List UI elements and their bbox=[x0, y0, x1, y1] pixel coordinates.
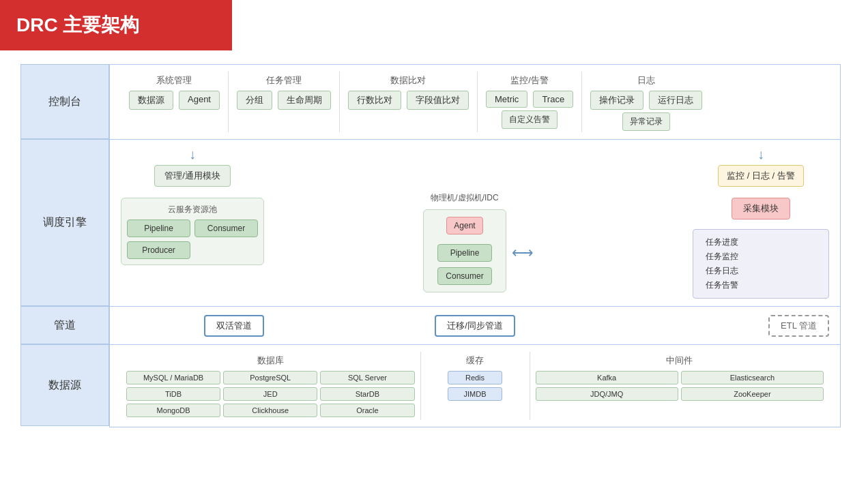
row-compare-btn[interactable]: 行数比对 bbox=[348, 91, 401, 110]
arrow-down-monitoring: ↓ bbox=[693, 147, 829, 162]
middleware-section: 中间件 Kafka Elasticsearch JDQ/JMQ ZooKeepe… bbox=[530, 352, 830, 420]
label-pipeline: 管道 bbox=[20, 306, 109, 344]
database-grid: MySQL / MariaDB PostgreSQL SQL Server Ti… bbox=[126, 371, 415, 417]
pipeline-items: 双活管道 迁移/同步管道 ETL 管道 bbox=[121, 315, 829, 337]
label-scheduler: 调度引擎 bbox=[20, 139, 109, 306]
physical-box: Agent Pipeline Consumer bbox=[423, 209, 506, 292]
db-jed: JED bbox=[223, 387, 317, 401]
system-management-section: 系统管理 数据源 Agent bbox=[121, 72, 229, 132]
data-compare-buttons: 行数比对 字段值比对 bbox=[348, 91, 469, 110]
migration-pipeline[interactable]: 迁移/同步管道 bbox=[435, 315, 515, 337]
cache-title: 缓存 bbox=[426, 354, 524, 367]
error-log-btn[interactable]: 异常记录 bbox=[622, 112, 670, 131]
log-section: 日志 操作记录 运行日志 异常记录 bbox=[582, 72, 710, 132]
label-control-panel: DRC 主要架构 控制台 bbox=[20, 64, 109, 139]
cache-grid: Redis JIMDB bbox=[426, 371, 524, 401]
cloud-pool-title: 云服务资源池 bbox=[127, 204, 258, 215]
operation-log-btn[interactable]: 操作记录 bbox=[590, 91, 643, 110]
center-content: 物理机/虚拟机/IDC Agent Pipeline Consumer ⟷ bbox=[271, 192, 686, 292]
scheduler-right: ↓ 监控 / 日志 / 告警 采集模块 任务进度 任务监控 任务日志 任务告 bbox=[693, 147, 829, 299]
datasource-row: 数据库 MySQL / MariaDB PostgreSQL SQL Serve… bbox=[110, 345, 840, 427]
task-management-title: 任务管理 bbox=[266, 74, 302, 87]
db-postgresql: PostgreSQL bbox=[223, 371, 317, 384]
metric-btn[interactable]: Metric bbox=[486, 91, 527, 108]
field-compare-btn[interactable]: 字段值比对 bbox=[407, 91, 469, 110]
physical-title: 物理机/虚拟机/IDC bbox=[431, 192, 498, 204]
header: DRC 主要架构 bbox=[0, 0, 868, 50]
cache-section: 缓存 Redis JIMDB bbox=[421, 352, 530, 420]
monitoring-box-container: 监控 / 日志 / 告警 bbox=[693, 165, 829, 187]
database-section: 数据库 MySQL / MariaDB PostgreSQL SQL Serve… bbox=[121, 352, 421, 420]
cloud-empty bbox=[194, 241, 258, 259]
lifecycle-btn[interactable]: 生命周期 bbox=[278, 91, 331, 110]
physical-box-wrapper: 物理机/虚拟机/IDC Agent Pipeline Consumer bbox=[423, 192, 506, 292]
monitoring-section: 监控/告警 Metric Trace 自定义告警 bbox=[478, 72, 582, 132]
monitoring-title: 监控/告警 bbox=[510, 74, 549, 87]
log-buttons: 操作记录 运行日志 bbox=[590, 91, 702, 110]
run-log-btn[interactable]: 运行日志 bbox=[649, 91, 702, 110]
labels-column: DRC 主要架构 控制台 调度引擎 管道 数据源 bbox=[20, 64, 109, 427]
cloud-pool-items: Pipeline Consumer Producer bbox=[127, 220, 258, 259]
task-management-buttons: 分组 生命周期 bbox=[237, 91, 331, 110]
mw-jdqjmq: JDQ/JMQ bbox=[536, 387, 678, 401]
horizontal-arrows: ⟷ bbox=[512, 244, 534, 262]
page-title: DRC 主要架构 bbox=[0, 0, 232, 50]
datasource-btn[interactable]: 数据源 bbox=[129, 91, 173, 110]
active-active-container: 双活管道 bbox=[121, 315, 348, 337]
task-monitor: 任务监控 bbox=[701, 249, 820, 264]
mw-kafka: Kafka bbox=[536, 371, 678, 384]
middleware-title: 中间件 bbox=[536, 354, 824, 367]
control-panel-row: 系统管理 数据源 Agent 任务管理 分组 生命周期 bbox=[110, 65, 840, 140]
active-active-pipeline[interactable]: 双活管道 bbox=[204, 315, 264, 337]
etl-container: ETL 管道 bbox=[602, 315, 829, 337]
log-title: 日志 bbox=[637, 74, 655, 87]
cloud-pool: 云服务资源池 Pipeline Consumer Producer bbox=[121, 198, 264, 265]
etl-pipeline[interactable]: ETL 管道 bbox=[768, 315, 829, 337]
data-compare-section: 数据比对 行数比对 字段值比对 bbox=[340, 72, 478, 132]
middleware-grid: Kafka Elasticsearch JDQ/JMQ ZooKeeper bbox=[536, 371, 824, 401]
cloud-producer: Producer bbox=[127, 241, 190, 259]
physical-agent: Agent bbox=[446, 217, 482, 235]
db-clickhouse: Clickhouse bbox=[223, 404, 317, 417]
architecture-diagram: DRC 主要架构 控制台 调度引擎 管道 数据源 系统管理 bbox=[20, 64, 841, 427]
task-progress: 任务进度 bbox=[701, 235, 820, 249]
custom-alert-btn[interactable]: 自定义告警 bbox=[502, 110, 558, 129]
monitoring-buttons: Metric Trace bbox=[486, 91, 573, 108]
collection-module-container: 采集模块 bbox=[693, 192, 829, 225]
label-datasource: 数据源 bbox=[20, 344, 109, 426]
main-content: DRC 主要架构 控制台 调度引擎 管道 数据源 系统管理 bbox=[0, 50, 868, 441]
physical-pipeline: Pipeline bbox=[437, 244, 492, 262]
trace-btn[interactable]: Trace bbox=[533, 91, 573, 108]
mw-zookeeper: ZooKeeper bbox=[681, 387, 824, 401]
task-management-section: 任务管理 分组 生命周期 bbox=[229, 72, 340, 132]
data-compare-title: 数据比对 bbox=[390, 74, 426, 87]
arrow-down-management: ↓ bbox=[121, 147, 264, 162]
physical-consumer: Consumer bbox=[437, 267, 492, 285]
system-management-buttons: 数据源 Agent bbox=[129, 91, 220, 110]
task-alert: 任务告警 bbox=[701, 278, 820, 292]
cache-redis: Redis bbox=[448, 371, 502, 384]
management-module-container: 管理/通用模块 bbox=[121, 165, 264, 187]
scheduler-left: ↓ 管理/通用模块 云服务资源池 Pipeline Consumer Produ… bbox=[121, 147, 264, 299]
content-column: 系统管理 数据源 Agent 任务管理 分组 生命周期 bbox=[109, 64, 841, 427]
datasource-layout: 数据库 MySQL / MariaDB PostgreSQL SQL Serve… bbox=[121, 352, 829, 420]
pipeline-row: 双活管道 迁移/同步管道 ETL 管道 bbox=[110, 307, 840, 345]
db-mongodb: MongoDB bbox=[126, 404, 220, 417]
control-sections: 系统管理 数据源 Agent 任务管理 分组 生命周期 bbox=[121, 72, 829, 132]
db-stardb: StarDB bbox=[320, 387, 414, 401]
cache-jimdb: JIMDB bbox=[448, 387, 502, 401]
agent-btn[interactable]: Agent bbox=[179, 91, 220, 110]
migration-container: 迁移/同步管道 bbox=[362, 315, 589, 337]
scheduler-layout: ↓ 管理/通用模块 云服务资源池 Pipeline Consumer Produ… bbox=[121, 147, 829, 299]
group-btn[interactable]: 分组 bbox=[237, 91, 272, 110]
management-module: 管理/通用模块 bbox=[154, 165, 231, 187]
system-management-title: 系统管理 bbox=[156, 74, 192, 87]
scheduler-center: 物理机/虚拟机/IDC Agent Pipeline Consumer ⟷ bbox=[271, 147, 686, 299]
collection-module: 采集模块 bbox=[732, 198, 790, 220]
cloud-consumer: Consumer bbox=[194, 220, 258, 237]
db-oracle: Oracle bbox=[320, 404, 414, 417]
db-tidb: TiDB bbox=[126, 387, 220, 401]
db-sqlserver: SQL Server bbox=[320, 371, 414, 384]
cloud-pipeline: Pipeline bbox=[127, 220, 190, 237]
database-title: 数据库 bbox=[126, 354, 415, 367]
